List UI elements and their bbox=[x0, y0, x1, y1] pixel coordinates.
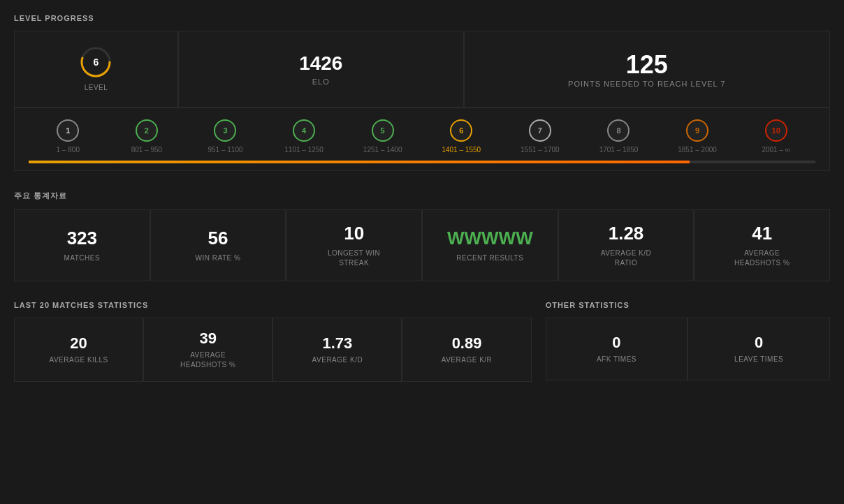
level-number: 6 bbox=[94, 57, 99, 68]
level-range-9: 1851 – 2000 bbox=[678, 146, 717, 154]
progress-bar-container bbox=[29, 161, 815, 163]
level-badge-9: 9 bbox=[686, 119, 708, 142]
main-stats-grid: 323MATCHES56WIN RATE %10LONGEST WINSTREA… bbox=[14, 209, 830, 281]
level-badge-4: 4 bbox=[293, 119, 315, 142]
other-stats-grid: 0AFK TIMES0LEAVE TIMES bbox=[546, 318, 830, 380]
main-stat-value-1: 56 bbox=[208, 228, 228, 249]
level-progress-title: LEVEL PROGRESS bbox=[14, 14, 830, 22]
level-node-7: 71551 – 1700 bbox=[501, 119, 580, 154]
level-node-8: 81701 – 1850 bbox=[579, 119, 658, 154]
main-stats-section: 주요 통계자료 323MATCHES56WIN RATE %10LONGEST … bbox=[14, 191, 830, 281]
level-node-5: 51251 – 1400 bbox=[343, 119, 422, 154]
last20-stat-value-2: 1.73 bbox=[322, 334, 352, 353]
level-badge-2: 2 bbox=[136, 119, 158, 142]
level-card: 6 LEVEL bbox=[14, 31, 178, 108]
main-stat-value-0: 323 bbox=[67, 228, 97, 249]
main-stats-title: 주요 통계자료 bbox=[14, 191, 830, 201]
level-range-8: 1701 – 1850 bbox=[599, 146, 639, 154]
other-stat-value-1: 0 bbox=[755, 334, 763, 352]
main-stat-value-3: WWWWW bbox=[447, 228, 533, 249]
last20-stat-label-1: AVERAGEHEADSHOTS % bbox=[180, 350, 235, 370]
level-progress-section: LEVEL PROGRESS 6 LEVEL 1426 ELO 125 POIN… bbox=[14, 14, 830, 171]
main-stat-value-2: 10 bbox=[344, 223, 364, 244]
bottom-sections: LAST 20 MATCHES STATISTICS 20AVERAGE KIL… bbox=[14, 301, 830, 382]
last20-stat-label-3: AVERAGE K/R bbox=[442, 355, 493, 365]
level-range-4: 1101 – 1250 bbox=[284, 146, 323, 154]
main-stat-card-0: 323MATCHES bbox=[14, 209, 150, 281]
level-range-5: 1251 – 1400 bbox=[363, 146, 402, 154]
level-circle: 6 bbox=[79, 45, 112, 79]
other-stat-card-1: 0LEAVE TIMES bbox=[687, 318, 830, 380]
elo-value: 1426 bbox=[299, 52, 342, 75]
level-node-3: 3951 – 1100 bbox=[186, 119, 265, 154]
level-range-1: 1 – 800 bbox=[57, 146, 80, 154]
main-stat-card-3: WWWWWRECENT RESULTS bbox=[422, 209, 558, 281]
last20-title: LAST 20 MATCHES STATISTICS bbox=[14, 301, 532, 309]
points-value: 125 bbox=[626, 50, 668, 80]
level-label: LEVEL bbox=[85, 83, 108, 93]
level-badge-7: 7 bbox=[529, 119, 551, 142]
points-label: POINTS NEEDED TO REACH LEVEL 7 bbox=[568, 80, 725, 88]
main-stat-card-2: 10LONGEST WINSTREAK bbox=[286, 209, 422, 281]
level-range-6: 1401 – 1550 bbox=[442, 146, 481, 154]
main-stat-label-4: AVERAGE K/DRATIO bbox=[601, 249, 652, 268]
last20-stat-value-0: 20 bbox=[70, 334, 87, 353]
level-cards: 6 LEVEL 1426 ELO 125 POINTS NEEDED TO RE… bbox=[14, 31, 830, 108]
level-node-4: 41101 – 1250 bbox=[265, 119, 344, 154]
last20-stat-card-2: 1.73AVERAGE K/D bbox=[272, 318, 402, 382]
last20-grid: 20AVERAGE KILLS39AVERAGEHEADSHOTS %1.73A… bbox=[14, 318, 532, 382]
level-range-2: 801 – 950 bbox=[131, 146, 163, 154]
elo-card: 1426 ELO bbox=[178, 31, 464, 108]
other-stats-section: OTHER STATISTICS 0AFK TIMES0LEAVE TIMES bbox=[546, 301, 830, 382]
progress-bar-fill bbox=[29, 161, 690, 163]
last20-stat-label-0: AVERAGE KILLS bbox=[50, 355, 108, 365]
main-stat-label-3: RECENT RESULTS bbox=[456, 253, 523, 263]
points-card: 125 POINTS NEEDED TO REACH LEVEL 7 bbox=[464, 31, 830, 108]
main-stat-label-0: MATCHES bbox=[64, 253, 101, 263]
other-stat-card-0: 0AFK TIMES bbox=[546, 318, 688, 380]
other-stats-title: OTHER STATISTICS bbox=[546, 301, 830, 309]
main-stat-card-5: 41AVERAGEHEADSHOTS % bbox=[694, 209, 830, 281]
last20-section: LAST 20 MATCHES STATISTICS 20AVERAGE KIL… bbox=[14, 301, 532, 382]
last20-stat-card-0: 20AVERAGE KILLS bbox=[14, 318, 143, 382]
level-range-10: 2001 – ∞ bbox=[762, 146, 790, 154]
other-stat-label-0: AFK TIMES bbox=[597, 355, 636, 364]
level-badge-5: 5 bbox=[372, 119, 394, 142]
level-node-1: 11 – 800 bbox=[29, 119, 108, 154]
main-stat-card-4: 1.28AVERAGE K/DRATIO bbox=[558, 209, 694, 281]
other-stat-label-1: LEAVE TIMES bbox=[734, 355, 783, 364]
main-stat-card-1: 56WIN RATE % bbox=[150, 209, 286, 281]
level-badge-6: 6 bbox=[450, 119, 472, 142]
level-node-9: 91851 – 2000 bbox=[658, 119, 737, 154]
last20-stat-value-3: 0.89 bbox=[452, 334, 482, 353]
level-badge-8: 8 bbox=[607, 119, 630, 142]
last20-stat-label-2: AVERAGE K/D bbox=[312, 355, 363, 365]
level-badge-3: 3 bbox=[214, 119, 236, 142]
elo-label: ELO bbox=[312, 77, 330, 86]
main-stat-value-4: 1.28 bbox=[609, 223, 644, 244]
last20-stat-card-3: 0.89AVERAGE K/R bbox=[402, 318, 531, 382]
last20-stat-card-1: 39AVERAGEHEADSHOTS % bbox=[143, 318, 272, 382]
level-range-7: 1551 – 1700 bbox=[521, 146, 560, 154]
level-range-3: 951 – 1100 bbox=[208, 146, 242, 154]
level-node-6: 61401 – 1550 bbox=[422, 119, 501, 154]
level-node-10: 102001 – ∞ bbox=[736, 119, 815, 154]
level-node-2: 2801 – 950 bbox=[108, 119, 187, 154]
level-badge-1: 1 bbox=[57, 119, 79, 142]
main-stat-label-2: LONGEST WINSTREAK bbox=[328, 249, 380, 268]
main-stat-label-5: AVERAGEHEADSHOTS % bbox=[734, 249, 790, 268]
other-stat-value-0: 0 bbox=[612, 334, 620, 352]
levels-track: 11 – 8002801 – 9503951 – 110041101 – 125… bbox=[29, 119, 815, 154]
levels-track-wrapper: 11 – 8002801 – 9503951 – 110041101 – 125… bbox=[14, 108, 830, 171]
last20-stat-value-1: 39 bbox=[199, 329, 216, 348]
main-stat-label-1: WIN RATE % bbox=[196, 253, 241, 263]
level-badge-10: 10 bbox=[765, 119, 787, 142]
main-stat-value-5: 41 bbox=[752, 223, 772, 244]
